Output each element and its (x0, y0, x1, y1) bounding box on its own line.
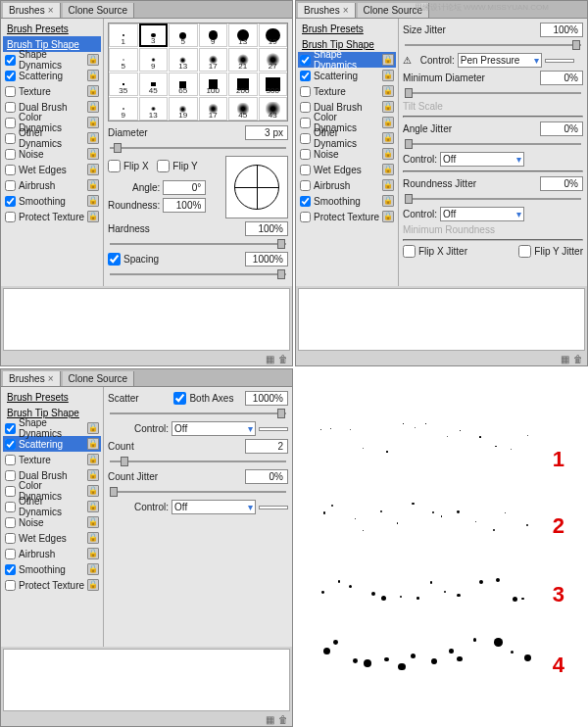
lock-icon[interactable]: 🔒 (87, 179, 99, 191)
sidebar-brush-presets[interactable]: Brush Presets (298, 21, 396, 36)
lock-icon[interactable]: 🔒 (87, 164, 99, 175)
sidebar-airbrush[interactable]: Airbrush🔒 (3, 546, 101, 561)
angle-jitter-value[interactable]: 0% (540, 121, 583, 136)
sidebar-smoothing[interactable]: Smoothing🔒 (3, 193, 101, 209)
checkbox-both-axes[interactable] (173, 392, 186, 405)
tab-brushes[interactable]: Brushes× (298, 3, 356, 18)
lock-icon[interactable]: 🔒 (382, 70, 394, 81)
lock-icon[interactable]: 🔒 (382, 148, 394, 160)
tab-brushes[interactable]: Brushes× (3, 371, 61, 386)
lock-icon[interactable]: 🔒 (87, 54, 99, 66)
lock-icon[interactable]: 🔒 (87, 579, 99, 591)
lock-icon[interactable]: 🔒 (382, 195, 394, 207)
lock-icon[interactable]: 🔒 (87, 516, 99, 528)
sidebar-texture[interactable]: Texture🔒 (3, 83, 101, 99)
lock-icon[interactable]: 🔒 (87, 532, 99, 544)
sidebar-brush-presets[interactable]: Brush Presets (3, 389, 101, 405)
sidebar-texture[interactable]: Texture🔒 (298, 83, 396, 99)
scatter-slider[interactable] (110, 412, 286, 414)
tab-brushes[interactable]: Brushes× (3, 3, 61, 18)
count-slider[interactable] (110, 460, 286, 462)
lock-icon[interactable]: 🔒 (382, 101, 394, 113)
sidebar-shape-dynamics[interactable]: Shape Dynamics🔒 (298, 52, 396, 68)
new-icon[interactable]: ▦ (266, 714, 274, 725)
lock-icon[interactable]: 🔒 (382, 117, 394, 128)
sidebar-wet-edges[interactable]: Wet Edges🔒 (3, 530, 101, 546)
lock-icon[interactable]: 🔒 (382, 164, 394, 175)
angle-jitter-slider[interactable] (405, 143, 581, 145)
trash-icon[interactable]: 🗑 (278, 354, 288, 364)
diameter-value[interactable]: 3 px (245, 125, 288, 140)
lock-icon[interactable]: 🔒 (87, 501, 99, 512)
sidebar-shape-dynamics[interactable]: Shape Dynamics🔒 (3, 420, 101, 436)
sidebar-other-dynamics[interactable]: Other Dynamics🔒 (3, 130, 101, 146)
hardness-slider[interactable] (110, 243, 286, 245)
spacing-slider[interactable] (110, 273, 286, 275)
trash-icon[interactable]: 🗑 (573, 354, 583, 364)
checkbox-airbrush[interactable] (5, 180, 16, 191)
trash-icon[interactable]: 🗑 (278, 714, 288, 725)
size-jitter-value[interactable]: 100% (540, 23, 583, 37)
count-value[interactable]: 2 (245, 439, 288, 454)
checkbox-smoothing[interactable] (5, 196, 16, 207)
sidebar-airbrush[interactable]: Airbrush🔒 (3, 177, 101, 193)
lock-icon[interactable]: 🔒 (87, 148, 99, 160)
sidebar-wet-edges[interactable]: Wet Edges🔒 (3, 162, 101, 177)
lock-icon[interactable]: 🔒 (87, 422, 99, 434)
checkbox-spacing[interactable] (108, 253, 121, 266)
lock-icon[interactable]: 🔒 (87, 563, 99, 575)
count-jitter-value[interactable]: 0% (245, 469, 288, 484)
control-value[interactable] (545, 59, 574, 63)
lock-icon[interactable]: 🔒 (382, 54, 394, 66)
hardness-value[interactable]: 100% (245, 221, 288, 236)
lock-icon[interactable]: 🔒 (382, 132, 394, 144)
sidebar-texture[interactable]: Texture🔒 (3, 452, 101, 467)
checkbox-dual-brush[interactable] (5, 102, 16, 113)
sidebar-brush-presets[interactable]: Brush Presets (3, 21, 101, 36)
checkbox-flip-x-jitter[interactable] (403, 245, 416, 258)
min-diameter-value[interactable]: 0% (540, 71, 583, 85)
checkbox-wet-edges[interactable] (5, 165, 16, 175)
lock-icon[interactable]: 🔒 (87, 485, 99, 497)
checkbox-protect-texture[interactable] (5, 212, 16, 222)
angle-value[interactable]: 0° (163, 180, 206, 195)
checkbox-color-dynamics[interactable] (5, 118, 16, 128)
roundness-jitter-value[interactable]: 0% (540, 176, 583, 191)
lock-icon[interactable]: 🔒 (87, 117, 99, 128)
close-icon[interactable]: × (48, 5, 54, 16)
lock-icon[interactable]: 🔒 (87, 132, 99, 144)
lock-icon[interactable]: 🔒 (87, 195, 99, 207)
lock-icon[interactable]: 🔒 (87, 438, 99, 450)
sidebar-protect-texture[interactable]: Protect Texture🔒 (298, 209, 396, 224)
tab-clone-source[interactable]: Clone Source (63, 371, 135, 386)
lock-icon[interactable]: 🔒 (87, 454, 99, 465)
scatter-control-dropdown[interactable]: Off (172, 421, 256, 436)
checkbox-flip-y-jitter[interactable] (518, 245, 531, 258)
brush-preset-grid[interactable]: 1359131959131721273545651002003009131917… (108, 23, 288, 121)
sidebar-other-dynamics[interactable]: Other Dynamics🔒 (298, 130, 396, 146)
sidebar-smoothing[interactable]: Smoothing🔒 (298, 193, 396, 209)
close-icon[interactable]: × (48, 373, 54, 384)
scatter-value[interactable]: 1000% (245, 391, 288, 406)
checkbox-flip-y[interactable] (157, 160, 170, 172)
roundness-control-dropdown[interactable]: Off (440, 207, 524, 221)
sidebar-protect-texture[interactable]: Protect Texture🔒 (3, 209, 101, 224)
diameter-slider[interactable] (110, 147, 286, 149)
lock-icon[interactable]: 🔒 (382, 85, 394, 97)
checkbox-scattering[interactable] (5, 71, 16, 81)
min-diameter-slider[interactable] (405, 92, 581, 94)
count-jitter-slider[interactable] (110, 491, 286, 493)
checkbox-texture[interactable] (5, 86, 16, 97)
lock-icon[interactable]: 🔒 (87, 548, 99, 559)
angle-widget[interactable] (225, 156, 288, 218)
sidebar-other-dynamics[interactable]: Other Dynamics🔒 (3, 499, 101, 514)
spacing-value[interactable]: 1000% (245, 252, 288, 267)
lock-icon[interactable]: 🔒 (382, 179, 394, 191)
lock-icon[interactable]: 🔒 (87, 101, 99, 113)
sidebar-shape-dynamics[interactable]: Shape Dynamics🔒 (3, 52, 101, 68)
new-icon[interactable]: ▦ (561, 354, 569, 364)
sidebar-smoothing[interactable]: Smoothing🔒 (3, 561, 101, 577)
close-icon[interactable]: × (343, 5, 349, 16)
sidebar-protect-texture[interactable]: Protect Texture🔒 (3, 577, 101, 593)
tab-clone-source[interactable]: Clone Source (63, 3, 135, 18)
